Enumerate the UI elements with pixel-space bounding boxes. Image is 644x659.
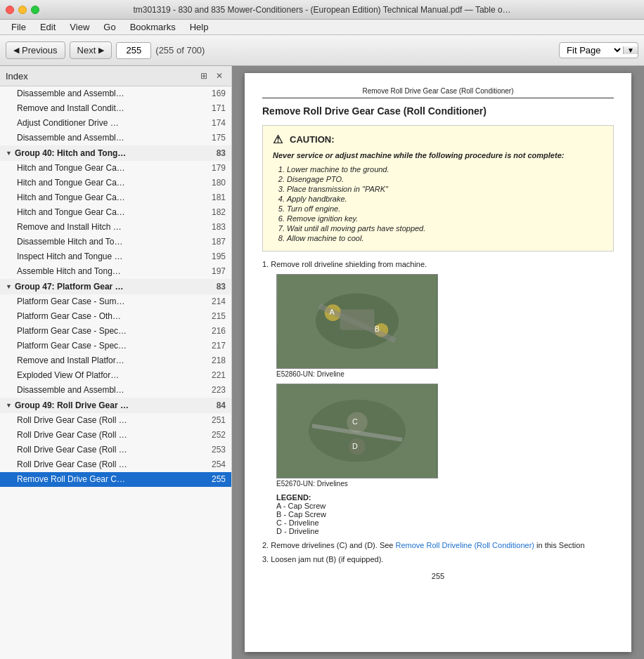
index-item-label: Remove Roll Drive Gear C… [17,474,205,484]
index-item-7[interactable]: Hitch and Tongue Gear Ca… 181 [0,190,231,205]
index-item-page: 221 [205,370,226,380]
index-item-19[interactable]: Exploded View Of Platfor… 221 [0,368,231,383]
index-item-5[interactable]: Hitch and Tongue Gear Ca… 179 [0,161,231,176]
caution-step-1: Disengage PTO. [287,175,603,183]
prev-button[interactable]: ◀ Previous [6,41,65,59]
index-item-page: 223 [205,385,226,395]
caution-step-5: Remove ignition key. [287,214,603,223]
caution-header: ⚠ CAUTION: [273,133,603,145]
step2-text-after: in this Section [536,541,584,549]
legend-section: LEGEND: A - Cap ScrewB - Cap ScrewC - Dr… [276,493,614,535]
index-item-page: 182 [205,207,226,217]
index-item-label: Remove and Install Hitch … [17,222,205,232]
index-item-14[interactable]: Platform Gear Case - Sum… 214 [0,294,231,309]
index-item-26[interactable]: Remove Roll Drive Gear C… 255 [0,472,231,487]
index-item-11[interactable]: Inspect Hitch and Tongue … 195 [0,249,231,264]
legend-item-2: C - Driveline [276,518,614,527]
index-item-10[interactable]: Disassemble Hitch and To… 187 [0,235,231,249]
index-item-label: Remove and Install Platfor… [17,355,205,365]
step3-text: 3. Loosen jam nut (B) (if equipped). [262,555,614,563]
group-item-4[interactable]: ▼ Group 40: Hitch and Tong… 83 [0,145,231,161]
legend-item-0: A - Cap Screw [276,502,614,510]
index-item-12[interactable]: Assemble Hitch and Tong… 197 [0,264,231,279]
menu-bookmarks[interactable]: Bookmarks [124,20,181,34]
index-item-22[interactable]: Roll Drive Gear Case (Roll … 251 [0,413,231,428]
step2-link[interactable]: Remove Roll Driveline (Roll Conditioner) [396,541,534,549]
index-item-3[interactable]: Disassemble and Assembl… 175 [0,131,231,145]
prev-label: Previous [22,45,58,56]
index-item-label: Hitch and Tongue Gear Ca… [17,163,205,173]
next-button[interactable]: Next ▶ [70,41,112,59]
group-item-left: ▼ Group 47: Platform Gear … [6,282,124,292]
zoom-select[interactable]: Fit Page Fit Width 50% 75% 100% 125% 150… [560,43,623,58]
page-header-line: Remove Roll Drive Gear Case (Roll Condit… [262,87,614,98]
index-item-label: Disassemble and Assembl… [17,89,205,98]
caution-steps-list: Lower machine to the ground.Disengage PT… [273,165,603,242]
index-item-label: Platform Gear Case - Spec… [17,341,205,351]
group-expand-icon: ▼ [6,402,12,409]
index-item-page: 174 [205,118,226,128]
index-item-9[interactable]: Remove and Install Hitch … 183 [0,220,231,235]
index-item-page: 171 [205,103,226,113]
fullscreen-button[interactable] [31,6,39,14]
menu-go[interactable]: Go [98,20,121,34]
svg-text:B: B [375,325,380,333]
menu-help[interactable]: Help [184,20,214,34]
index-item-25[interactable]: Roll Drive Gear Case (Roll … 254 [0,457,231,472]
index-item-1[interactable]: Remove and Install Condit… 171 [0,101,231,116]
index-item-label: Roll Drive Gear Case (Roll … [17,415,205,425]
menubar: File Edit View Go Bookmarks Help [0,20,644,35]
index-item-24[interactable]: Roll Drive Gear Case (Roll … 253 [0,443,231,457]
sidebar-close-icon[interactable]: ✕ [213,70,226,82]
page-input[interactable] [116,42,151,59]
index-item-page: 217 [205,341,226,351]
close-button[interactable] [6,6,14,14]
page-number: 255 [262,572,614,580]
index-item-0[interactable]: Disassemble and Assembl… 169 [0,86,231,101]
page-title: Remove Roll Drive Gear Case (Roll Condit… [262,105,614,117]
traffic-lights [6,6,39,14]
index-item-23[interactable]: Roll Drive Gear Case (Roll … 252 [0,428,231,443]
step1-image: A B [276,274,438,369]
sidebar: Index ⊞ ✕ Disassemble and Assembl… 169 R… [0,66,232,659]
index-item-6[interactable]: Hitch and Tongue Gear Ca… 180 [0,176,231,190]
index-item-page: 255 [205,474,226,484]
index-item-16[interactable]: Platform Gear Case - Spec… 216 [0,324,231,339]
legend-item-1: B - Cap Screw [276,510,614,518]
index-item-page: 195 [205,252,226,261]
index-item-17[interactable]: Platform Gear Case - Spec… 217 [0,339,231,353]
menu-edit[interactable]: Edit [34,20,61,34]
group-page: 83 [217,148,226,158]
group-item-21[interactable]: ▼ Group 49: Roll Drive Gear … 84 [0,398,231,413]
index-item-page: 197 [205,266,226,276]
menu-file[interactable]: File [6,20,32,34]
index-item-8[interactable]: Hitch and Tongue Gear Ca… 182 [0,205,231,220]
zoom-arrow-icon[interactable]: ▼ [623,46,638,54]
zoom-container: Fit Page Fit Width 50% 75% 100% 125% 150… [559,42,638,58]
index-item-2[interactable]: Adjust Conditioner Drive … 174 [0,116,231,131]
page-container: Remove Roll Drive Gear Case (Roll Condit… [245,73,631,652]
legend-items: A - Cap ScrewB - Cap ScrewC - DrivelineD… [276,502,614,535]
content-area[interactable]: Remove Roll Drive Gear Case (Roll Condit… [232,66,644,659]
step1-text: 1. Remove roll driveline shielding from … [262,260,614,268]
caution-box: ⚠ CAUTION: Never service or adjust machi… [262,125,614,252]
legend-title: LEGEND: [276,493,614,502]
sidebar-header-icons: ⊞ ✕ [198,70,226,82]
menu-view[interactable]: View [64,20,95,34]
index-item-page: 252 [205,430,226,440]
group-item-13[interactable]: ▼ Group 47: Platform Gear … 83 [0,279,231,294]
sidebar-expand-icon[interactable]: ⊞ [198,70,210,82]
index-item-20[interactable]: Disassemble and Assembl… 223 [0,383,231,398]
minimize-button[interactable] [18,6,27,14]
index-item-page: 254 [205,459,226,469]
caution-step-7: Allow machine to cool. [287,234,603,242]
index-item-page: 169 [205,89,226,98]
index-item-label: Disassemble Hitch and To… [17,237,205,247]
index-item-15[interactable]: Platform Gear Case - Oth… 215 [0,309,231,324]
index-item-18[interactable]: Remove and Install Platfor… 218 [0,353,231,368]
next-arrow-icon: ▶ [98,46,104,55]
page-info: (255 of 700) [155,45,205,56]
index-item-label: Roll Drive Gear Case (Roll … [17,459,205,469]
step2-text: 2. Remove drivelines (C) and (D). See Re… [262,541,614,549]
caution-step-0: Lower machine to the ground. [287,165,603,174]
